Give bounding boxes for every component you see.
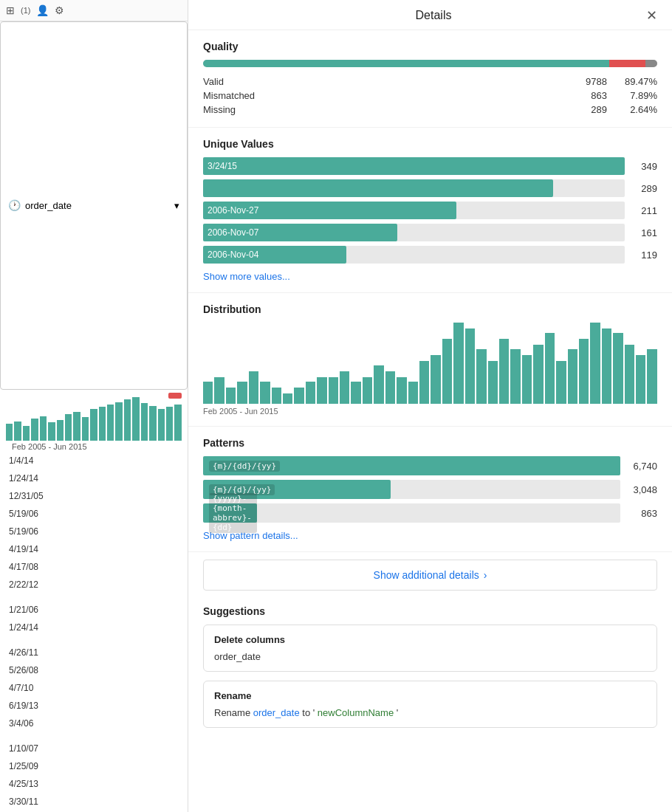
uv-bar-wrap-4: 2006-Nov-04 — [203, 246, 625, 264]
column-name: order_date — [25, 200, 72, 211]
unique-values-section: Unique Values 3/24/15 349 289 2006-Nov-2… — [188, 128, 672, 293]
uv-bar-3: 2006-Nov-07 — [203, 224, 397, 241]
uv-count-1: 289 — [631, 183, 657, 194]
suggestion-rename-title: Rename — [214, 690, 646, 701]
date-range-mini: Feb 2005 - Jun 2015 — [6, 441, 182, 454]
quality-valid-row: Valid 9788 89.47% — [203, 75, 657, 89]
list-item: 5/26/08 — [0, 661, 188, 679]
uv-row-1: 289 — [203, 179, 657, 197]
pattern-count-0: 6,740 — [626, 461, 657, 472]
uv-label-4: 2006-Nov-04 — [208, 250, 258, 260]
details-title: Details — [221, 9, 646, 22]
suggestion-rename-mid: to ' — [302, 707, 315, 718]
suggestion-delete-col: order_date — [214, 651, 261, 662]
show-additional-chevron: › — [484, 569, 487, 581]
valid-pct: 89.47% — [622, 76, 657, 87]
uv-count-2: 211 — [631, 205, 657, 216]
missing-count: 289 — [591, 104, 607, 115]
uv-count-3: 161 — [631, 227, 657, 238]
show-additional-details-button[interactable]: Show additional details › — [203, 560, 657, 591]
list-item: 1/21/06 — [0, 601, 188, 619]
uv-count-4: 119 — [631, 250, 657, 261]
pattern-label-2: {yyyy}-{month-abbrev}-{dd} — [209, 493, 257, 533]
list-item: 4/19/14 — [0, 540, 188, 558]
uv-bar-0: 3/24/15 — [203, 157, 625, 175]
quality-bar — [203, 60, 657, 67]
grid-icon[interactable]: ⊞ — [6, 4, 15, 16]
mismatch-count: 863 — [591, 90, 607, 101]
left-panel: ⊞ (1) 👤 ⚙ 🕐 order_date ▾ — [0, 0, 188, 812]
pattern-count-1: 3,048 — [626, 484, 657, 495]
show-additional-label: Show additional details — [374, 569, 479, 581]
list-item: 1/10/07 — [0, 740, 188, 757]
distribution-section: Distribution — [188, 293, 672, 427]
list-item: 3/30/11 — [0, 793, 188, 811]
quality-valid-bar — [203, 60, 609, 67]
pattern-bar-2: {yyyy}-{month-abbrev}-{dd} — [203, 503, 257, 523]
mismatch-label: Mismatched — [203, 90, 255, 101]
pattern-row-0: {m}/{dd}/{yy} 6,740 — [203, 456, 657, 475]
mismatch-pct: 7.89% — [622, 90, 657, 101]
quality-section: Quality Valid 9788 89.47% Mismatched 863… — [188, 30, 672, 128]
list-item: 3/4/06 — [0, 715, 188, 732]
pattern-label-0: {m}/{dd}/{yy} — [209, 461, 280, 472]
uv-bar-wrap-2: 2006-Nov-27 — [203, 202, 625, 219]
list-spacer — [0, 636, 188, 644]
uv-bar-2: 2006-Nov-27 — [203, 202, 456, 219]
list-item: 5/19/06 — [0, 505, 188, 523]
details-header: Details ✕ — [188, 0, 672, 30]
pattern-row-1: {m}/{d}/{yy} 3,048 — [203, 480, 657, 499]
list-item: 1/4/14 — [0, 452, 188, 469]
mini-histogram-bars — [6, 393, 182, 441]
column-selector[interactable]: 🕐 order_date ▾ — [0, 21, 188, 390]
quality-missing-bar — [645, 60, 657, 67]
uv-row-2: 2006-Nov-27 211 — [203, 202, 657, 219]
uv-bar-wrap-3: 2006-Nov-07 — [203, 224, 625, 241]
pattern-bar-0: {m}/{dd}/{yy} — [203, 456, 620, 475]
list-item: 1/24/14 — [0, 469, 188, 487]
pattern-bar-wrap-2: {yyyy}-{month-abbrev}-{dd} — [203, 503, 620, 523]
red-indicator — [168, 393, 182, 399]
patterns-title: Patterns — [203, 437, 657, 449]
suggestion-rename-new: newColumnName — [318, 707, 394, 718]
list-item: 6/19/13 — [0, 697, 188, 715]
suggestion-rename-body: Rename order_date to ' newColumnName ' — [214, 707, 646, 718]
uv-label-3: 2006-Nov-07 — [208, 227, 258, 238]
suggestion-card-rename: Rename Rename order_date to ' newColumnN… — [203, 681, 657, 728]
valid-count: 9788 — [586, 76, 607, 87]
suggestions-title: Suggestions — [203, 605, 657, 617]
face-icon[interactable]: 👤 — [36, 4, 49, 16]
list-item: 12/31/05 — [0, 487, 188, 505]
suggestion-rename-post: ' — [397, 707, 398, 718]
uv-count-0: 349 — [631, 161, 657, 172]
uv-label-2: 2006-Nov-27 — [208, 205, 258, 216]
valid-label: Valid — [203, 76, 224, 87]
toolbar-badge: (1) — [21, 6, 30, 15]
show-more-values-link[interactable]: Show more values... — [203, 271, 290, 282]
quality-mismatch-bar — [609, 60, 645, 67]
uv-bar-4: 2006-Nov-04 — [203, 246, 346, 264]
data-list: 1/4/14 1/24/14 12/31/05 5/19/06 5/19/06 … — [0, 449, 188, 813]
pattern-bar-wrap-1: {m}/{d}/{yy} — [203, 480, 620, 499]
pattern-row-2: {yyyy}-{month-abbrev}-{dd} 863 — [203, 503, 657, 523]
pattern-bar-wrap-0: {m}/{dd}/{yy} — [203, 456, 620, 475]
uv-bar-wrap-0: 3/24/15 — [203, 157, 625, 175]
patterns-section: Patterns {m}/{dd}/{yy} 6,740 {m}/{d}/{yy… — [188, 427, 672, 552]
distribution-date-range: Feb 2005 - Jun 2015 — [203, 407, 657, 416]
left-toolbar: ⊞ (1) 👤 ⚙ — [0, 0, 188, 21]
filter-icon[interactable]: ⚙ — [55, 4, 64, 16]
uv-row-4: 2006-Nov-04 119 — [203, 246, 657, 264]
distribution-title: Distribution — [203, 303, 657, 315]
missing-label: Missing — [203, 104, 236, 115]
distribution-chart — [203, 323, 657, 404]
list-item: 4/26/11 — [0, 644, 188, 661]
uv-row-0: 3/24/15 349 — [203, 157, 657, 175]
mini-histogram: Feb 2005 - Jun 2015 — [0, 390, 188, 449]
pattern-count-2: 863 — [626, 508, 657, 519]
list-item: 4/25/13 — [0, 775, 188, 793]
missing-pct: 2.64% — [622, 104, 657, 115]
suggestion-card-delete: Delete columns order_date — [203, 625, 657, 672]
uv-bar-wrap-1 — [203, 179, 625, 197]
close-button[interactable]: ✕ — [646, 9, 657, 22]
list-item: 4/17/08 — [0, 558, 188, 576]
